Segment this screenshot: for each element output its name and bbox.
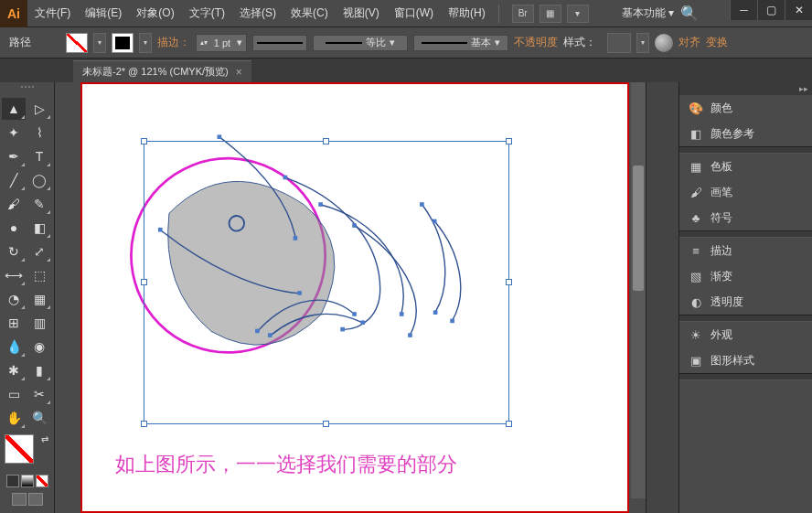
eyedropper-tool[interactable]: 💧 xyxy=(2,336,26,358)
transform-label[interactable]: 变换 xyxy=(706,35,728,50)
menu-edit[interactable]: 编辑(E) xyxy=(78,0,129,27)
panel-color-guide[interactable]: ◧颜色参考 xyxy=(679,121,812,146)
panel-separator xyxy=(679,315,812,322)
direct-selection-tool[interactable]: ▷ xyxy=(27,98,51,120)
fill-swatch[interactable] xyxy=(66,33,88,53)
menu-help[interactable]: 帮助(H) xyxy=(441,0,493,27)
selection-bounding-box[interactable] xyxy=(144,141,509,424)
align-label[interactable]: 对齐 xyxy=(678,35,700,50)
mesh-tool[interactable]: ⊞ xyxy=(2,312,26,334)
pen-tool[interactable]: ✒ xyxy=(2,145,26,167)
canvas-area[interactable]: 如上图所示，一一选择我们需要的部分 xyxy=(55,82,646,513)
width-tool[interactable]: ⟷ xyxy=(2,264,26,286)
toolbox-grip[interactable] xyxy=(2,86,52,94)
perspective-grid-tool[interactable]: ▦ xyxy=(27,288,51,310)
menu-object[interactable]: 对象(O) xyxy=(129,0,181,27)
panel-appearance[interactable]: ☀外观 xyxy=(679,322,812,347)
arrange-dropdown[interactable]: ▾ xyxy=(567,5,589,23)
color-mode-none[interactable] xyxy=(36,475,48,487)
panel-stroke[interactable]: ≡描边 xyxy=(679,238,812,263)
recolor-button[interactable] xyxy=(655,34,673,52)
opacity-label[interactable]: 不透明度 xyxy=(514,35,558,50)
symbol-sprayer-tool[interactable]: ✱ xyxy=(2,359,26,381)
search-icon[interactable]: 🔍 xyxy=(679,5,700,23)
blend-tool[interactable]: ◉ xyxy=(27,336,51,358)
resize-handle-mr[interactable] xyxy=(506,279,512,285)
document-tab[interactable]: 未标题-2* @ 121% (CMYK/预览) × xyxy=(73,60,251,82)
column-graph-tool[interactable]: ▮ xyxy=(27,359,51,381)
gradient-tool[interactable]: ▥ xyxy=(27,312,51,334)
paintbrush-tool[interactable]: 🖌 xyxy=(2,193,26,215)
panel-rail[interactable] xyxy=(646,82,678,513)
artboard-tool[interactable]: ▭ xyxy=(2,383,26,405)
menu-window[interactable]: 窗口(W) xyxy=(387,0,441,27)
panel-gradient[interactable]: ▧渐变 xyxy=(679,263,812,289)
resize-handle-tr[interactable] xyxy=(506,138,512,144)
panel-brushes[interactable]: 🖌画笔 xyxy=(679,179,812,205)
bridge-button[interactable]: Br xyxy=(512,5,534,23)
panel-symbols[interactable]: ♣符号 xyxy=(679,205,812,230)
resize-handle-br[interactable] xyxy=(506,421,512,427)
panel-transparency[interactable]: ◐透明度 xyxy=(679,289,812,315)
panel-graphic-styles[interactable]: ▣图形样式 xyxy=(679,347,812,373)
brush-def-select[interactable]: 基本▾ xyxy=(413,35,508,51)
rectangle-tool[interactable]: ◯ xyxy=(27,169,51,191)
color-mode-solid[interactable] xyxy=(6,475,19,487)
menu-file[interactable]: 文件(F) xyxy=(27,0,78,27)
slice-tool[interactable]: ✂ xyxy=(27,383,51,405)
line-tool[interactable]: ╱ xyxy=(2,169,26,191)
panel-color[interactable]: 🎨颜色 xyxy=(679,95,812,121)
resize-handle-ml[interactable] xyxy=(141,279,147,285)
close-button[interactable]: ✕ xyxy=(785,0,812,20)
menu-view[interactable]: 视图(V) xyxy=(336,0,387,27)
hand-tool[interactable]: ✋ xyxy=(2,407,26,429)
style-dropdown[interactable]: ▾ xyxy=(636,33,649,53)
maximize-button[interactable]: ▢ xyxy=(757,0,785,20)
stroke-profile-preview[interactable] xyxy=(252,35,307,51)
menu-type[interactable]: 文字(T) xyxy=(182,0,232,27)
resize-handle-bl[interactable] xyxy=(141,421,147,427)
zoom-tool[interactable]: 🔍 xyxy=(27,407,51,429)
stroke-weight-input[interactable]: ▴▾1 pt▾ xyxy=(196,34,247,52)
panel-collapse-button[interactable]: ▸▸ xyxy=(679,82,812,95)
width-profile-select[interactable]: 等比▾ xyxy=(313,35,408,51)
arrange-button[interactable]: ▦ xyxy=(540,5,561,23)
menu-effect[interactable]: 效果(C) xyxy=(283,0,336,27)
fill-indicator[interactable] xyxy=(5,434,34,464)
selection-tool[interactable]: ▲ xyxy=(2,98,26,120)
magic-wand-tool[interactable]: ✦ xyxy=(2,122,26,144)
color-mode-buttons xyxy=(6,475,48,487)
type-tool[interactable]: T xyxy=(27,145,51,167)
selection-type-label: 路径 xyxy=(9,35,31,50)
style-swatch[interactable] xyxy=(607,33,631,53)
rotate-tool[interactable]: ↻ xyxy=(2,240,26,262)
swap-fill-stroke-icon[interactable]: ⇄ xyxy=(41,434,48,444)
scale-tool[interactable]: ⤢ xyxy=(27,240,51,262)
fill-stroke-indicator[interactable]: ⇄ xyxy=(5,434,50,469)
resize-handle-tl[interactable] xyxy=(141,138,147,144)
tab-close-icon[interactable]: × xyxy=(236,66,242,79)
stroke-swatch[interactable] xyxy=(112,33,134,53)
shape-builder-tool[interactable]: ◔ xyxy=(2,288,26,310)
blob-brush-tool[interactable]: ● xyxy=(2,217,26,239)
workspace-switcher[interactable]: 基本功能 ▾ xyxy=(622,5,674,21)
stroke-label[interactable]: 描边： xyxy=(157,35,190,50)
screen-mode-full[interactable] xyxy=(28,493,43,506)
resize-handle-bm[interactable] xyxy=(323,421,329,427)
free-transform-tool[interactable]: ⬚ xyxy=(27,264,51,286)
artboard[interactable]: 如上图所示，一一选择我们需要的部分 xyxy=(93,95,616,500)
resize-handle-tm[interactable] xyxy=(323,138,329,144)
screen-mode-normal[interactable] xyxy=(12,493,27,506)
panel-swatches[interactable]: ▦色板 xyxy=(679,154,812,179)
lasso-tool[interactable]: ⌇ xyxy=(27,122,51,144)
minimize-button[interactable]: ─ xyxy=(730,0,757,20)
app-icon: Ai xyxy=(0,0,27,27)
artboard-bleed: 如上图所示，一一选择我们需要的部分 xyxy=(80,82,629,513)
color-mode-gradient[interactable] xyxy=(21,475,34,487)
eraser-tool[interactable]: ◧ xyxy=(27,217,51,239)
menu-select[interactable]: 选择(S) xyxy=(232,0,283,27)
pencil-tool[interactable]: ✎ xyxy=(27,193,51,215)
stroke-dropdown[interactable]: ▾ xyxy=(139,33,152,53)
vertical-scrollbar[interactable] xyxy=(631,82,646,498)
fill-dropdown[interactable]: ▾ xyxy=(93,33,106,53)
